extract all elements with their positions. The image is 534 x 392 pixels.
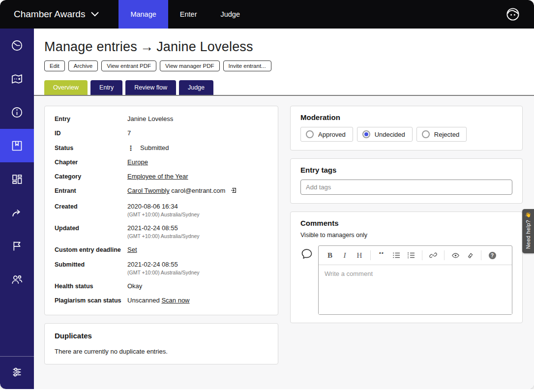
radio-approved[interactable]: Approved [300, 127, 353, 142]
bold-icon[interactable]: B [324, 249, 336, 261]
detail-row-submitted: Submitted 2021-02-24 08:55 (GMT +10:00) … [55, 261, 268, 276]
sidebar-item-flow[interactable] [0, 196, 34, 229]
tab-entry[interactable]: Entry [90, 80, 122, 95]
entry-tags-title: Entry tags [300, 166, 512, 174]
detail-row-health: Health status Okay [55, 282, 268, 290]
sidebar-item-users[interactable] [0, 263, 34, 296]
left-column: Entry Janine Loveless ID 7 Status ⋮Submi… [44, 106, 278, 364]
nav-enter[interactable]: Enter [168, 0, 209, 29]
edit-button[interactable]: Edit [44, 60, 65, 71]
duplicates-panel: Duplicates There are currently no duplic… [44, 323, 278, 364]
detail-row-custom-deadline: Custom entry deadline Set [55, 246, 268, 254]
overview-content: Entry Janine Loveless ID 7 Status ⋮Submi… [34, 96, 534, 389]
comments-title: Comments [300, 219, 512, 227]
sidebar-item-clock[interactable] [0, 29, 34, 62]
flow-arrow-icon [10, 206, 24, 219]
toolbar-separator [481, 250, 481, 260]
detail-label: Submitted [55, 261, 127, 268]
map-icon [10, 72, 24, 86]
right-column: Moderation Approved Undecided [290, 106, 523, 323]
detail-row-chapter: Chapter Europe [55, 158, 268, 166]
entry-tabs: Overview Entry Review flow Judge [44, 80, 534, 95]
account-face-icon[interactable] [505, 7, 520, 22]
radio-undecided[interactable]: Undecided [357, 127, 413, 142]
tab-overview[interactable]: Overview [44, 80, 88, 95]
detail-label: Entrant [55, 187, 127, 194]
detail-row-entry: Entry Janine Loveless [55, 115, 268, 123]
detail-label: ID [55, 129, 127, 137]
archive-button[interactable]: Archive [68, 60, 98, 71]
comment-input[interactable] [319, 265, 512, 314]
action-buttons: Edit Archive View entrant PDF View manag… [44, 60, 534, 71]
sidebar-item-map[interactable] [0, 62, 34, 95]
tab-review-flow[interactable]: Review flow [125, 80, 176, 95]
comments-panel: Comments Visible to managers only B [290, 211, 523, 323]
duplicates-message: There are currently no duplicate entries… [55, 348, 268, 355]
radio-circle [306, 130, 314, 138]
bookmark-icon [10, 139, 24, 152]
impersonate-icon[interactable] [230, 187, 237, 196]
sidebar-item-entries[interactable] [0, 129, 34, 162]
arrow-glyph: → [140, 39, 153, 54]
sidebar-item-info[interactable] [0, 95, 34, 129]
radio-label: Undecided [375, 131, 405, 138]
sidebar-item-grid[interactable] [0, 162, 34, 196]
link-icon[interactable] [427, 249, 440, 261]
view-entrant-pdf-button[interactable]: View entrant PDF [101, 60, 156, 71]
chapter-link[interactable]: Europe [127, 158, 148, 166]
entrant-link[interactable]: Carol Twombly [127, 187, 170, 194]
invite-entrant-button[interactable]: Invite entrant... [223, 60, 271, 71]
help-icon[interactable]: ? [486, 249, 499, 261]
grid-icon [10, 173, 24, 186]
detail-label: Category [55, 173, 127, 180]
entry-tags-panel: Entry tags [290, 158, 523, 204]
status-value: Submitted [140, 144, 169, 151]
italic-icon[interactable]: I [338, 249, 351, 261]
updated-datetime: 2021-02-24 08:55 [127, 224, 200, 232]
need-help-tab[interactable]: 👋 Need help? [522, 209, 534, 253]
page-title: Manage entries→Janine Loveless [44, 39, 534, 55]
category-link[interactable]: Employee of the Year [127, 173, 188, 180]
detail-row-entrant: Entrant Carol Twombly carol@entrant.com [55, 187, 268, 196]
tab-judge[interactable]: Judge [179, 80, 213, 95]
sidebar-item-settings[interactable] [0, 357, 34, 389]
detail-label: Health status [55, 282, 127, 290]
radio-label: Approved [318, 131, 346, 138]
eraser-icon[interactable] [464, 249, 476, 261]
duplicates-title: Duplicates [55, 332, 268, 340]
heading-icon[interactable]: H [353, 249, 366, 261]
radio-rejected[interactable]: Rejected [416, 127, 467, 142]
scan-now-link[interactable]: Scan now [161, 297, 189, 304]
comment-editor-row: B I H “ [300, 245, 512, 315]
sidebar [0, 29, 34, 389]
unordered-list-icon[interactable] [390, 249, 403, 261]
page-title-entry-name: Janine Loveless [156, 39, 253, 54]
nav-judge[interactable]: Judge [208, 0, 252, 29]
radio-circle-checked [362, 130, 370, 138]
sidebar-spacer [0, 296, 34, 356]
kebab-menu-icon[interactable]: ⋮ [127, 145, 134, 151]
detail-label: Custom entry deadline [55, 246, 127, 253]
topbar-right [505, 0, 534, 29]
preview-eye-icon[interactable] [449, 249, 462, 261]
sidebar-item-flags[interactable] [0, 229, 34, 263]
program-switcher[interactable]: Chamber Awards [0, 0, 119, 29]
detail-label: Entry [55, 115, 127, 122]
detail-label: Updated [55, 224, 127, 232]
page-header: Manage entries→Janine Loveless Edit Arch… [34, 29, 534, 95]
comment-editor: B I H “ [318, 245, 512, 315]
updated-timezone: (GMT +10:00) Australia/Sydney [127, 233, 200, 240]
quote-icon[interactable]: “ [375, 249, 388, 261]
submitted-timezone: (GMT +10:00) Australia/Sydney [127, 270, 200, 276]
waving-hand-icon: 👋 [525, 212, 531, 217]
brand-name: Chamber Awards [14, 9, 85, 20]
set-deadline-link[interactable]: Set [127, 246, 137, 253]
detail-row-category: Category Employee of the Year [55, 173, 268, 181]
entrant-email: carol@entrant.com [171, 187, 225, 194]
add-tags-input[interactable] [300, 180, 512, 195]
nav-manage[interactable]: Manage [119, 0, 168, 29]
comments-visibility-note: Visible to managers only [300, 232, 512, 239]
ordered-list-icon[interactable] [405, 249, 417, 261]
view-manager-pdf-button[interactable]: View manager PDF [160, 60, 220, 71]
detail-label: Chapter [55, 158, 127, 166]
